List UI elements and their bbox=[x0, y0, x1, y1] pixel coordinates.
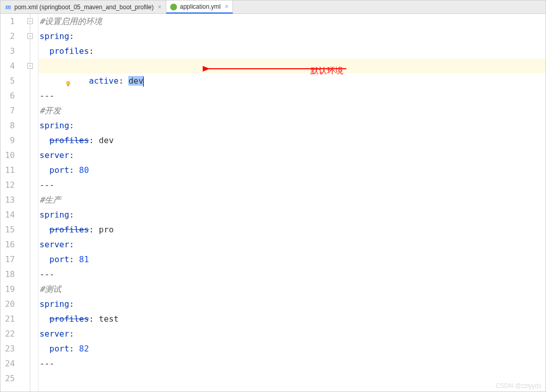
code-line: profiles: dev bbox=[38, 133, 545, 148]
code-line: port: 80 bbox=[38, 163, 545, 178]
code-line: profiles: test bbox=[38, 311, 545, 326]
line-number-gutter: 1234567891011121314151617181920212223242… bbox=[1, 14, 24, 391]
code-line bbox=[38, 371, 545, 386]
code-line: --- bbox=[38, 356, 545, 371]
line-number: 12 bbox=[4, 178, 15, 192]
code-line: profiles: pro bbox=[38, 222, 545, 237]
fold-column[interactable]: − − − bbox=[24, 14, 38, 391]
line-number: 16 bbox=[4, 237, 15, 252]
line-number: 21 bbox=[4, 311, 15, 326]
close-icon[interactable]: × bbox=[225, 3, 228, 10]
line-number: 25 bbox=[4, 371, 15, 386]
line-number: 19 bbox=[4, 282, 15, 297]
code-line: #生产 bbox=[38, 192, 545, 207]
tab-label: pom.xml (springboot_05_maven_and_boot_pr… bbox=[14, 4, 154, 11]
line-number: 6 bbox=[4, 88, 15, 103]
line-number: 1 bbox=[4, 14, 15, 29]
line-number: 13 bbox=[4, 192, 15, 207]
code-line: spring: bbox=[38, 297, 545, 311]
code-line bbox=[38, 73, 545, 88]
code-line: server: bbox=[38, 326, 545, 341]
code-line: #开发 bbox=[38, 103, 545, 118]
code-line: server: bbox=[38, 237, 545, 252]
code-line: #测试 bbox=[38, 282, 545, 297]
code-line: profiles: bbox=[38, 44, 545, 58]
line-number: 22 bbox=[4, 326, 15, 341]
code-line: #设置启用的环境 bbox=[38, 14, 545, 29]
fold-handle[interactable]: − bbox=[27, 33, 33, 39]
line-number: 8 bbox=[4, 118, 15, 133]
code-line: server: bbox=[38, 148, 545, 163]
line-number: 17 bbox=[4, 252, 15, 267]
line-number: 7 bbox=[4, 103, 15, 118]
tab-pom[interactable]: m pom.xml (springboot_05_maven_and_boot_… bbox=[1, 1, 166, 13]
line-number: 23 bbox=[4, 341, 15, 356]
annotation-label: 默认环境 bbox=[310, 63, 343, 78]
maven-icon: m bbox=[5, 4, 12, 11]
tab-label: application.yml bbox=[180, 3, 221, 10]
line-number: 14 bbox=[4, 207, 15, 222]
line-number: 24 bbox=[4, 356, 15, 371]
line-number: 11 bbox=[4, 163, 15, 178]
editor-tabs: m pom.xml (springboot_05_maven_and_boot_… bbox=[1, 1, 545, 14]
spring-icon: ⬤ bbox=[170, 3, 178, 10]
code-line: port: 81 bbox=[38, 252, 545, 267]
line-number: 15 bbox=[4, 222, 15, 237]
code-area[interactable]: #设置启用的环境 spring: profiles: active: dev -… bbox=[38, 14, 545, 391]
code-line-active: active: dev bbox=[38, 58, 545, 73]
line-number: 9 bbox=[4, 133, 15, 148]
line-number: 5 bbox=[4, 73, 15, 88]
code-line: spring: bbox=[38, 29, 545, 44]
code-line: --- bbox=[38, 267, 545, 282]
code-line: spring: bbox=[38, 207, 545, 222]
intention-bulb-icon[interactable] bbox=[25, 62, 32, 69]
line-number: 4 bbox=[4, 58, 15, 73]
close-icon[interactable]: × bbox=[158, 4, 162, 11]
watermark: CSDN @zzlyyds bbox=[496, 382, 541, 389]
code-line: port: 82 bbox=[38, 341, 545, 356]
code-line: --- bbox=[38, 178, 545, 192]
tab-application-yml[interactable]: ⬤ application.yml × bbox=[166, 1, 233, 14]
line-number: 3 bbox=[4, 44, 15, 58]
line-number: 18 bbox=[4, 267, 15, 282]
code-line: --- bbox=[38, 88, 545, 103]
line-number: 20 bbox=[4, 297, 15, 311]
fold-handle[interactable]: − bbox=[27, 18, 33, 24]
line-number: 10 bbox=[4, 148, 15, 163]
code-editor[interactable]: 1234567891011121314151617181920212223242… bbox=[1, 14, 545, 391]
code-line: spring: bbox=[38, 118, 545, 133]
line-number: 2 bbox=[4, 29, 15, 44]
